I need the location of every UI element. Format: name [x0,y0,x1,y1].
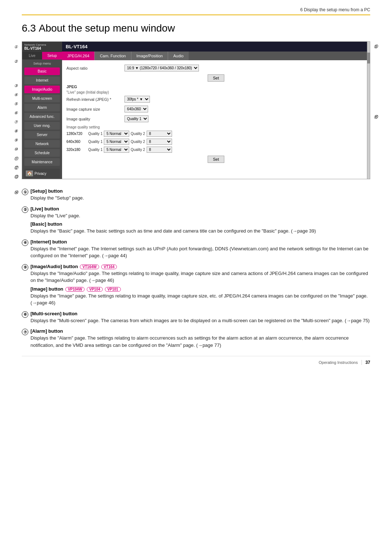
marker-10: ⑩ [14,147,18,152]
image-quality-label: Image quality [66,117,124,121]
quality-1-label-640: Quality 1 [88,140,102,144]
desc-num-4: ④ [22,239,28,246]
quality-1-label-1280: Quality 1 [88,132,102,136]
badge-vt164w: VT164W [80,264,99,269]
quality-row-640: 640x360 Quality 1 5 Normal Quality 2 8 [66,139,366,145]
scrollbar[interactable] [367,42,370,179]
scrollbar-thumb[interactable] [367,53,370,63]
description-section: ① [Setup] button Display the "Setup" pag… [22,188,370,349]
menu-maintenance[interactable]: Maintenance [24,158,60,166]
marker-16: ⑯ [374,114,378,120]
desc-item-4: ④ [Internet] button Displays the "Intern… [22,239,370,259]
quality-1-select-1280[interactable]: 5 Normal [104,131,129,137]
desc-item-1: ① [Setup] button Display the "Setup" pag… [22,188,370,202]
set-button-2[interactable]: Set [208,156,225,163]
sidebar-logo-model: BL-VT164 [24,46,60,50]
desc-num-6: ⑥ [22,311,28,318]
setup-menu-label: Setup menu [22,59,62,67]
menu-schedule[interactable]: Schedule [24,149,60,157]
menu-network[interactable]: Network [24,140,60,148]
section-label: 6 Display the setup menu from a PC [300,7,370,12]
menu-server[interactable]: Server [24,131,60,139]
quality-setting-label: Image quality setting [66,125,366,129]
tab-image-position[interactable]: Image/Position [131,52,168,60]
aspect-ratio-select[interactable]: 16:9 ▼ (1280x720 / 640x360 / 320x180) [124,65,199,71]
sidebar: ① ② ③ ④ ⑤ ⑥ ⑦ ⑧ ⑨ ⑩ ⑪ ⑫ ⑬ ⑭ Network Came… [22,42,62,179]
desc-title-5: [Image/Audio] button VT164W VT164 [30,264,370,269]
nav-setup[interactable]: Setup [42,52,62,59]
desc-content-2: [Live] button Display the "Live" page. [… [30,206,370,235]
aspect-ratio-label: Aspect ratio [66,66,124,70]
menu-internet[interactable]: Internet [24,77,60,84]
menu-multi-screen[interactable]: Multi-screen [24,95,60,102]
desc-content-1: [Setup] button Display the "Setup" page. [30,188,370,202]
quality-row-1280: 1280x720 Quality 1 5 Normal Quality 2 8 [66,131,366,137]
quality-2-label-640: Quality 2 [131,140,145,144]
desc-num-2: ② [22,206,28,213]
desc-body-7: Displays the "Alarm" page. The settings … [30,335,370,349]
badge-vp104w: VP104W [65,287,85,292]
refresh-interval-select[interactable]: 30fps * ▼ [124,96,150,103]
quality-1-select-640[interactable]: 5 Normal [104,139,129,145]
chapter-title: 6.3 About the setup menu window [22,22,370,34]
desc-title-7: [Alarm] button [30,328,370,334]
marker-8: ⑧ [14,129,18,134]
desc-item-6: ⑥ [Multi-screen] button Displays the "Mu… [22,311,370,324]
desc-item-5: ⑤ [Image/Audio] button VT164W VT164 Disp… [22,264,370,307]
menu-privacy[interactable]: 🏠 Privacy [24,169,60,178]
tab-bar: JPEG/H.264 Cam. Function Image/Position … [62,52,370,60]
footer-page: 37 [362,360,370,365]
chapter-heading: About the setup menu window [39,22,175,34]
badge-vp101: VP101 [105,287,121,292]
desc-content-5: [Image/Audio] button VT164W VT164 Displa… [30,264,370,307]
tab-cam-function[interactable]: Cam. Function [95,52,131,60]
refresh-interval-row: Refresh interval (JPEG) * 30fps * ▼ [66,96,366,103]
marker-5: ⑤ [14,102,18,106]
badge-vt164: VT164 [101,264,117,269]
tab-audio[interactable]: Audio [168,52,188,60]
desc-content-6: [Multi-screen] button Displays the "Mult… [30,311,370,324]
desc-body-5: Displays the "Image/Audio" page. The set… [30,270,370,284]
quality-1-label-320: Quality 1 [88,148,102,152]
set-button-1[interactable]: Set [208,74,225,82]
menu-advanced[interactable]: Advanced func. [24,113,60,120]
quality-2-select-640[interactable]: 8 [147,139,172,145]
quality-2-select-1280[interactable]: 8 [147,131,172,137]
quality-size-320: 320x180 [66,148,88,152]
image-quality-select[interactable]: Quality 1 [124,115,148,122]
main-header-title: BL-VT164 [62,42,370,52]
image-quality-row: Image quality Quality 1 [66,115,366,122]
tab-jpeg[interactable]: JPEG/H.264 [62,52,95,60]
page-header: 6 Display the setup menu from a PC [22,7,370,15]
privacy-label: Privacy [34,172,46,176]
marker-11: ⑪ [14,156,18,161]
sidebar-logo-sub: Network Camera [24,43,60,46]
quality-size-1280: 1280x720 [66,132,88,136]
desc-item-2: ② [Live] button Display the "Live" page.… [22,206,370,235]
quality-1-select-320[interactable]: 5 Normal [104,147,129,153]
desc-body-basic: Displays the "Basic" page. The basic set… [30,227,370,235]
desc-title-6: [Multi-screen] button [30,311,370,316]
quality-2-select-320[interactable]: 8 [147,147,172,153]
menu-alarm[interactable]: Alarm [24,104,60,111]
image-capture-select[interactable]: 640x360 [124,106,148,112]
footer-text: Operating Instructions [319,360,358,365]
quality-2-label-320: Quality 2 [131,148,145,152]
quality-2-label-1280: Quality 2 [131,132,145,136]
menu-basic[interactable]: Basic [24,67,60,75]
image-capture-label: Image capture size [66,107,124,111]
desc-body-4: Displays the "Internet" page. The Intern… [30,245,370,259]
desc-title-2: [Live] button [30,206,370,212]
desc-num-7: ⑦ [22,329,28,335]
aspect-ratio-row: Aspect ratio 16:9 ▼ (1280x720 / 640x360 … [66,65,366,71]
nav-live[interactable]: Live [22,52,42,59]
marker-2: ② [14,59,18,64]
desc-body-6: Displays the "Multi-screen" page. The ca… [30,317,370,324]
menu-user[interactable]: User mng. [24,122,60,130]
desc-body-2: Display the "Live" page. [30,212,370,219]
desc-num-1: ① [22,189,28,195]
desc-body-image: Displays the "Image" page. The settings … [30,292,370,307]
menu-image-audio[interactable]: Image/Audio [24,86,60,93]
sidebar-nav: Live Setup [22,52,62,59]
refresh-interval-label: Refresh interval (JPEG) * [66,97,124,102]
